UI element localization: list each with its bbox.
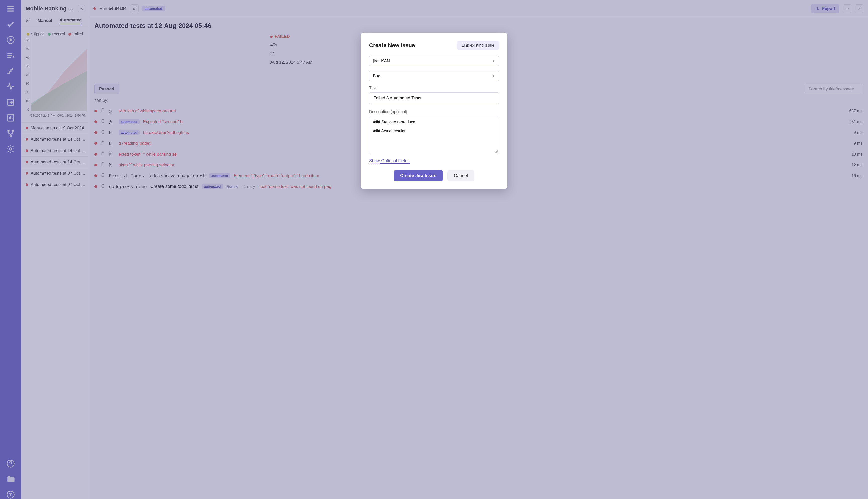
description-label: Description (optional): [369, 110, 499, 114]
chevron-down-icon: ▼: [492, 74, 495, 78]
title-input[interactable]: Failed 8 Automated Tests: [369, 93, 499, 104]
title-label: Title: [369, 86, 499, 90]
project-select[interactable]: jira: KAN▼: [369, 56, 499, 66]
create-jira-issue-button[interactable]: Create Jira Issue: [394, 170, 443, 181]
link-existing-button[interactable]: Link existing issue: [457, 41, 499, 50]
issue-type-select[interactable]: Bug▼: [369, 71, 499, 82]
cancel-button[interactable]: Cancel: [447, 170, 474, 181]
chevron-down-icon: ▼: [492, 59, 495, 63]
show-optional-fields-link[interactable]: Show Optional Fields: [369, 158, 410, 163]
modal-title: Create New Issue: [369, 42, 415, 49]
create-issue-modal: Create New Issue Link existing issue jir…: [361, 33, 507, 189]
description-textarea[interactable]: ### Steps to reproduce ### Actual result…: [369, 116, 499, 154]
